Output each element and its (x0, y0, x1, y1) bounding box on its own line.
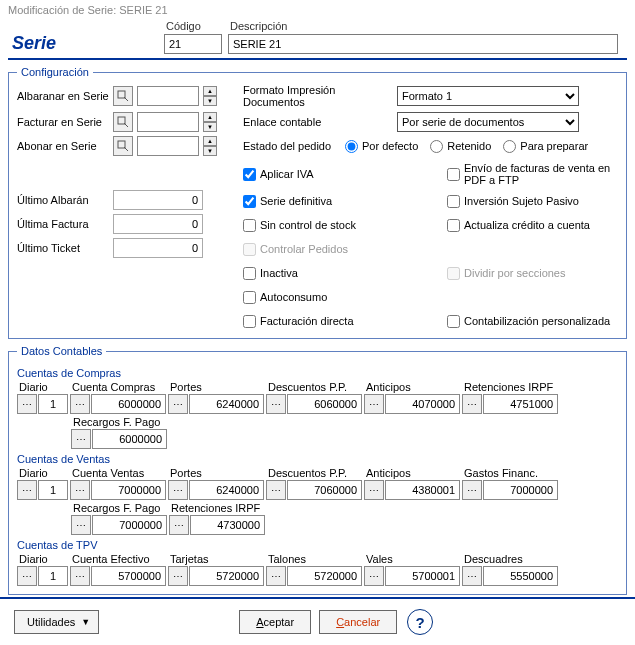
lookup-icon[interactable]: ⋯ (70, 566, 90, 586)
svg-line-1 (124, 97, 128, 101)
ventas-anticipos[interactable] (385, 480, 460, 500)
lookup-icon[interactable]: ⋯ (71, 429, 91, 449)
page-title: Serie (10, 33, 158, 54)
estado-por-defecto[interactable]: Por defecto (345, 140, 418, 153)
serie-definitiva-check[interactable] (243, 195, 256, 208)
svg-rect-4 (118, 141, 125, 148)
aceptar-button[interactable]: Aceptar (239, 610, 311, 634)
envio-pdf-check[interactable] (447, 168, 460, 181)
contab-personalizada-check[interactable] (447, 315, 460, 328)
lookup-icon[interactable]: ⋯ (70, 480, 90, 500)
actualiza-credito-check[interactable] (447, 219, 460, 232)
lookup-icon[interactable]: ⋯ (462, 480, 482, 500)
facturar-input[interactable] (137, 112, 199, 132)
lookup-icon[interactable]: ⋯ (17, 566, 37, 586)
col-cuenta-compras: Cuenta Compras (70, 381, 166, 393)
svg-rect-2 (118, 117, 125, 124)
lookup-icon[interactable]: ⋯ (462, 566, 482, 586)
spin-down-icon[interactable]: ▼ (203, 122, 217, 132)
sin-control-stock-label: Sin control de stock (260, 219, 356, 231)
spin-up-icon[interactable]: ▲ (203, 86, 217, 96)
col-recargos: Recargos F. Pago (71, 416, 167, 428)
col-tarjetas: Tarjetas (168, 553, 264, 565)
lookup-icon[interactable]: ⋯ (71, 515, 91, 535)
compras-ret-irpf[interactable] (483, 394, 558, 414)
lookup-icon[interactable]: ⋯ (70, 394, 90, 414)
estado-retenido[interactable]: Retenido (430, 140, 491, 153)
col-efectivo: Cuenta Efectivo (70, 553, 166, 565)
compras-diario[interactable] (38, 394, 68, 414)
ultimo-albaran-value[interactable] (113, 190, 203, 210)
lookup-icon[interactable]: ⋯ (266, 480, 286, 500)
autoconsumo-check[interactable] (243, 291, 256, 304)
facturar-label: Facturar en Serie (17, 116, 109, 128)
aplicar-iva-check[interactable] (243, 168, 256, 181)
lookup-icon[interactable] (113, 112, 133, 132)
inversion-sujeto-check[interactable] (447, 195, 460, 208)
col-desc-pp: Descuentos P.P. (266, 467, 362, 479)
lookup-icon[interactable]: ⋯ (364, 394, 384, 414)
inactiva-check[interactable] (243, 267, 256, 280)
help-icon[interactable]: ? (407, 609, 433, 635)
spin-up-icon[interactable]: ▲ (203, 136, 217, 146)
configuracion-legend: Configuración (17, 66, 93, 78)
col-descuadres: Descuadres (462, 553, 558, 565)
spin-down-icon[interactable]: ▼ (203, 96, 217, 106)
ventas-ret-irpf[interactable] (190, 515, 265, 535)
lookup-icon[interactable]: ⋯ (266, 394, 286, 414)
albaranar-input[interactable] (137, 86, 199, 106)
ventas-diario[interactable] (38, 480, 68, 500)
col-recargos: Recargos F. Pago (71, 502, 167, 514)
compras-cuenta[interactable] (91, 394, 166, 414)
formato-select[interactable]: Formato 1 (397, 86, 579, 106)
lookup-icon[interactable]: ⋯ (462, 394, 482, 414)
lookup-icon[interactable]: ⋯ (168, 480, 188, 500)
ventas-gastos[interactable] (483, 480, 558, 500)
tpv-talones[interactable] (287, 566, 362, 586)
inactiva-label: Inactiva (260, 267, 298, 279)
lookup-icon[interactable]: ⋯ (17, 480, 37, 500)
lookup-icon[interactable]: ⋯ (168, 566, 188, 586)
tpv-descuadres[interactable] (483, 566, 558, 586)
lookup-icon[interactable] (113, 136, 133, 156)
facturacion-directa-check[interactable] (243, 315, 256, 328)
lookup-icon[interactable]: ⋯ (168, 394, 188, 414)
spin-up-icon[interactable]: ▲ (203, 112, 217, 122)
descripcion-input[interactable] (228, 34, 618, 54)
lookup-icon[interactable]: ⋯ (169, 515, 189, 535)
lookup-icon[interactable]: ⋯ (364, 480, 384, 500)
datos-contables-group: Datos Contables Cuentas de Compras Diari… (8, 345, 627, 595)
lookup-icon[interactable] (113, 86, 133, 106)
ultimo-ticket-label: Último Ticket (17, 242, 109, 254)
ultimo-ticket-value[interactable] (113, 238, 203, 258)
compras-recargos[interactable] (92, 429, 167, 449)
cancelar-button[interactable]: Cancelar (319, 610, 397, 634)
lookup-icon[interactable]: ⋯ (364, 566, 384, 586)
codigo-input[interactable] (164, 34, 222, 54)
enlace-select[interactable]: Por serie de documentos (397, 112, 579, 132)
tpv-tarjetas[interactable] (189, 566, 264, 586)
tpv-vales[interactable] (385, 566, 460, 586)
ventas-portes[interactable] (189, 480, 264, 500)
abonar-input[interactable] (137, 136, 199, 156)
compras-desc-pp[interactable] (287, 394, 362, 414)
lookup-icon[interactable]: ⋯ (17, 394, 37, 414)
tpv-diario[interactable] (38, 566, 68, 586)
ventas-cuenta[interactable] (91, 480, 166, 500)
lookup-icon[interactable]: ⋯ (266, 566, 286, 586)
spin-down-icon[interactable]: ▼ (203, 146, 217, 156)
sin-control-stock-check[interactable] (243, 219, 256, 232)
ventas-recargos[interactable] (92, 515, 167, 535)
ventas-desc-pp[interactable] (287, 480, 362, 500)
col-anticipos: Anticipos (364, 467, 460, 479)
tpv-efectivo[interactable] (91, 566, 166, 586)
datos-contables-legend: Datos Contables (17, 345, 106, 357)
col-anticipos: Anticipos (364, 381, 460, 393)
descripcion-label: Descripción (228, 20, 618, 32)
estado-para-preparar[interactable]: Para preparar (503, 140, 588, 153)
compras-portes[interactable] (189, 394, 264, 414)
utilidades-button[interactable]: Utilidades▼ (14, 610, 99, 634)
ultima-factura-value[interactable] (113, 214, 203, 234)
compras-anticipos[interactable] (385, 394, 460, 414)
serie-definitiva-label: Serie definitiva (260, 195, 332, 207)
